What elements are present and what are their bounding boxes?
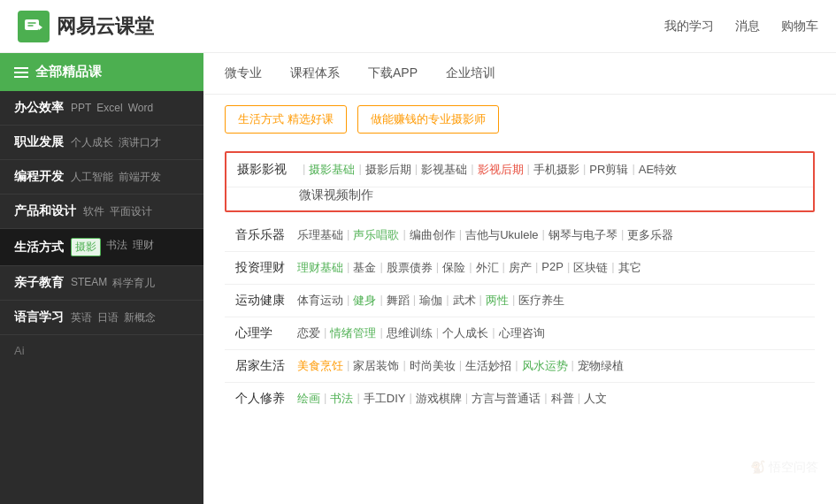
separator: | <box>502 260 505 276</box>
separator: | <box>347 358 349 374</box>
separator: | <box>324 325 326 341</box>
separator: | <box>544 391 547 407</box>
featured-row: 摄影影视 | 摄影基础 | 摄影后期 | 影视基础 | 影视后期 | 手机摄影 … <box>226 153 813 187</box>
cat-link[interactable]: 基金 <box>353 260 376 276</box>
pr-edit-link[interactable]: PR剪辑 <box>589 162 628 178</box>
photo-basic-link[interactable]: 摄影基础 <box>309 162 355 178</box>
cat-link[interactable]: 健身 <box>353 293 376 309</box>
sidebar-cat-coding: 编程开发 <box>14 169 64 185</box>
cat-link[interactable]: 区块链 <box>573 260 608 276</box>
tab-download-app[interactable]: 下载APP <box>368 65 418 81</box>
cat-link[interactable]: 风水运势 <box>522 358 568 374</box>
cat-link[interactable]: 心理咨询 <box>499 325 545 341</box>
micro-video-link[interactable]: 微课视频制作 <box>299 187 373 202</box>
cat-link[interactable]: 手工DIY <box>364 391 406 407</box>
sidebar-sub-coding: 人工智能 前端开发 <box>71 170 161 185</box>
separator: | <box>512 293 515 309</box>
sidebar-item-lang[interactable]: 语言学习 英语 日语 新概念 <box>0 301 203 335</box>
cat-link[interactable]: 钢琴与电子琴 <box>548 227 617 243</box>
cat-link[interactable]: 房产 <box>509 260 532 276</box>
sidebar-sub-design: 软件 平面设计 <box>83 204 152 219</box>
sidebar-item-kids[interactable]: 亲子教育 STEAM 科学育儿 <box>0 266 203 301</box>
cat-link[interactable]: 宠物绿植 <box>578 358 624 374</box>
cart-link[interactable]: 购物车 <box>781 19 818 34</box>
top-tabs: 微专业 课程体系 下载APP 企业培训 <box>203 53 836 95</box>
category-row: 个人修养绘画|书法|手工DIY|游戏棋牌|方言与普通话|科普|人文 <box>225 383 815 415</box>
category-rows: 音乐乐器乐理基础|声乐唱歌|编曲创作|吉他与Ukulele|钢琴与电子琴|更多乐… <box>203 219 836 415</box>
cat-link[interactable]: 美食烹饪 <box>297 358 343 374</box>
cat-link[interactable]: 情绪管理 <box>330 325 376 341</box>
cat-link[interactable]: 其它 <box>618 260 641 276</box>
separator: | <box>403 227 405 243</box>
sidebar-cat-office: 办公效率 <box>14 100 64 116</box>
sidebar-item-coding[interactable]: 编程开发 人工智能 前端开发 <box>0 160 203 195</box>
sidebar: 全部精品课 办公效率 PPT Excel Word 职业发展 个人成长 演讲口才… <box>0 53 203 504</box>
cat-link[interactable]: 保险 <box>442 260 465 276</box>
cat-link[interactable]: 体育运动 <box>297 293 343 309</box>
my-learning-link[interactable]: 我的学习 <box>664 19 714 34</box>
cat-items: 理财基础|基金|股票债券|保险|外汇|房产|P2P|区块链|其它 <box>297 260 641 276</box>
cat-link[interactable]: 乐理基础 <box>297 227 343 243</box>
photo-post-link[interactable]: 摄影后期 <box>365 162 411 178</box>
film-basic-link[interactable]: 影视基础 <box>421 162 467 178</box>
cat-link[interactable]: 书法 <box>330 391 353 407</box>
separator: | <box>611 260 614 276</box>
cat-link[interactable]: 绘画 <box>297 391 320 407</box>
mobile-photo-link[interactable]: 手机摄影 <box>533 162 579 178</box>
sidebar-sub-office: PPT Excel Word <box>71 102 153 114</box>
cat-link[interactable]: 科普 <box>551 391 574 407</box>
cat-link[interactable]: 思维训练 <box>387 325 433 341</box>
separator: | <box>465 391 468 407</box>
separator: | <box>347 227 349 243</box>
logo-icon <box>18 11 50 42</box>
separator: | <box>413 293 416 309</box>
cat-link[interactable]: 股票债券 <box>387 260 433 276</box>
sidebar-item-office[interactable]: 办公效率 PPT Excel Word <box>0 91 203 126</box>
cat-items: 美食烹饪|家居装饰|时尚美妆|生活妙招|风水运势|宠物绿植 <box>297 358 624 374</box>
sidebar-all-courses[interactable]: 全部精品课 <box>0 53 203 91</box>
cat-link[interactable]: 游戏棋牌 <box>416 391 462 407</box>
separator: | <box>380 260 382 276</box>
cat-link[interactable]: 舞蹈 <box>387 293 410 309</box>
promo-btn-photo[interactable]: 做能赚钱的专业摄影师 <box>357 105 499 134</box>
sidebar-cat-life: 生活方式 <box>14 240 64 256</box>
cat-link[interactable]: 声乐唱歌 <box>353 227 399 243</box>
cat-link[interactable]: 瑜伽 <box>419 293 442 309</box>
cat-link[interactable]: 两性 <box>486 293 509 309</box>
cat-link[interactable]: 医疗养生 <box>518 293 564 309</box>
cat-link[interactable]: 恋爱 <box>297 325 320 341</box>
sidebar-cat-career: 职业发展 <box>14 134 64 150</box>
sidebar-photo-highlight: 摄影 <box>71 238 101 256</box>
promo-btn-lifestyle[interactable]: 生活方式 精选好课 <box>225 105 347 134</box>
messages-link[interactable]: 消息 <box>735 19 760 34</box>
sidebar-item-life[interactable]: 生活方式 摄影 书法 理财 <box>0 229 203 266</box>
tab-mini-major[interactable]: 微专业 <box>225 65 262 81</box>
separator: | <box>515 358 518 374</box>
cat-link[interactable]: 武术 <box>453 293 476 309</box>
cat-link[interactable]: 更多乐器 <box>627 227 673 243</box>
cat-link[interactable]: 方言与普通话 <box>472 391 541 407</box>
cat-link[interactable]: 时尚美妆 <box>410 358 456 374</box>
category-row: 投资理财理财基础|基金|股票债券|保险|外汇|房产|P2P|区块链|其它 <box>225 252 815 285</box>
cat-link[interactable]: P2P <box>541 260 564 276</box>
tab-curriculum[interactable]: 课程体系 <box>290 65 340 81</box>
separator: | <box>542 227 545 243</box>
film-post-link[interactable]: 影视后期 <box>478 162 524 178</box>
logo-text: 网易云课堂 <box>57 13 154 40</box>
cat-link[interactable]: 家居装饰 <box>353 358 399 374</box>
cat-link[interactable]: 个人成长 <box>442 325 488 341</box>
sidebar-item-design[interactable]: 产品和设计 软件 平面设计 <box>0 195 203 229</box>
cat-link[interactable]: 生活妙招 <box>465 358 511 374</box>
featured-title: 摄影影视 <box>237 162 299 178</box>
separator: | <box>409 391 411 407</box>
cat-link[interactable]: 理财基础 <box>297 260 343 276</box>
cat-link[interactable]: 人文 <box>584 391 607 407</box>
cat-link[interactable]: 外汇 <box>476 260 499 276</box>
ae-effects-link[interactable]: AE特效 <box>639 162 677 178</box>
cat-link[interactable]: 编曲创作 <box>410 227 456 243</box>
cat-link[interactable]: 吉他与Ukulele <box>465 227 538 243</box>
tab-enterprise[interactable]: 企业培训 <box>446 65 495 81</box>
separator: | <box>436 260 439 276</box>
sidebar-item-career[interactable]: 职业发展 个人成长 演讲口才 <box>0 126 203 160</box>
header: 网易云课堂 我的学习 消息 购物车 <box>0 0 836 53</box>
